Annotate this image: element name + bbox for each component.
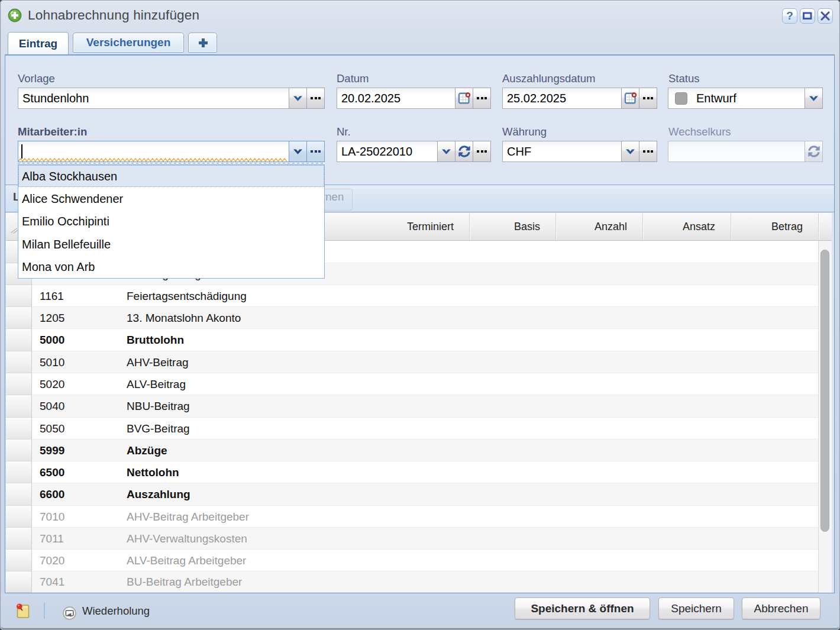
svg-text:?: ? xyxy=(786,9,793,22)
